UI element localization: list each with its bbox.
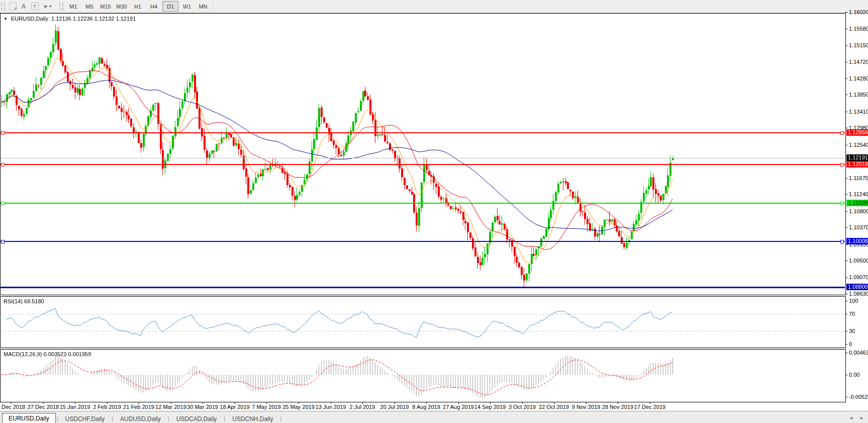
timeframe-button-d1[interactable]: D1	[162, 1, 178, 12]
date-label: 2 Jul 2019	[350, 404, 375, 410]
rsi-tick-mark	[845, 314, 847, 314]
horizontal-level-line[interactable]	[1, 164, 845, 165]
scroll-right-icon[interactable]: ▸	[860, 415, 863, 420]
macd-tick-mark	[845, 353, 847, 353]
level-handle[interactable]	[1, 240, 5, 243]
tab-separator: |	[56, 415, 59, 421]
chart-title: ▼ EURUSD,Daily 1.12136 1.12236 1.12132 1…	[4, 16, 136, 22]
rsi-tick-label: 0	[849, 341, 852, 347]
price-tick-mark	[845, 95, 847, 95]
mt4-window: { "toolbar": { "tools": [ {"name": "fibo…	[0, 0, 868, 423]
price-tick-label: 1.10800	[849, 208, 868, 214]
macd-label: MACD(12,26,9) 0.003523 0.001959	[4, 351, 91, 357]
rsi-tick-mark	[845, 331, 847, 331]
price-tick-label: 1.11670	[849, 175, 868, 181]
chart-symbol: EURUSD,Daily	[11, 16, 48, 22]
price-tick-mark	[845, 211, 847, 212]
rsi-tick-label: 70	[849, 311, 855, 317]
macd-panel[interactable]	[0, 349, 846, 402]
level-price-label: 1.11009	[846, 200, 868, 206]
level-price-label: 1.08800	[846, 284, 868, 290]
text-label-tool-icon[interactable]: T	[29, 2, 40, 12]
tab-usdchf[interactable]: USDCHF,Daily	[59, 414, 111, 423]
level-handle[interactable]	[840, 240, 844, 243]
date-label: 22 Oct 2019	[539, 404, 569, 410]
tab-usdcnh[interactable]: USDCNH,Daily	[226, 414, 279, 423]
timeframe-button-mn[interactable]: MN	[196, 2, 211, 11]
price-tick-label: 1.08630	[849, 291, 868, 297]
chart-tab-bar: EURUSD,Daily|USDCHF,Daily|AUDUSD,Daily|U…	[0, 411, 868, 423]
price-tick-mark	[845, 244, 847, 245]
macd-tick-label: 0.00463	[849, 350, 868, 356]
date-label: 8 Dec 2018	[0, 404, 25, 410]
main-chart-panel[interactable]	[0, 13, 846, 295]
price-tick-mark	[845, 78, 847, 79]
tab-audusd[interactable]: AUDUSD,Daily	[114, 414, 167, 423]
price-tick-mark	[845, 261, 847, 261]
collapse-triangle-icon[interactable]: ▼	[4, 17, 8, 21]
price-tick-mark	[845, 227, 847, 228]
tab-usdcad[interactable]: USDCAD,Daily	[170, 414, 223, 423]
tab-scroll-buttons: ◂ ▸	[850, 415, 863, 420]
tab-eurusd[interactable]: EURUSD,Daily	[2, 413, 56, 423]
macd-tick-mark	[845, 375, 847, 375]
rsi-panel[interactable]	[0, 296, 846, 348]
timeframe-button-w1[interactable]: W1	[179, 2, 195, 11]
price-tick-label: 1.13850	[849, 92, 868, 98]
toolbar-grip[interactable]	[1, 3, 5, 11]
scroll-left-icon[interactable]: ◂	[850, 415, 852, 420]
date-label: 15 Jan 2019	[60, 404, 90, 410]
horizontal-level-line[interactable]	[1, 287, 845, 288]
date-label: 25 May 2019	[282, 404, 315, 410]
level-handle[interactable]	[1, 163, 5, 166]
timeframe-button-m30[interactable]: M30	[114, 2, 129, 11]
price-tick-mark	[845, 112, 847, 112]
price-tick-label: 1.12540	[849, 142, 868, 148]
rsi-label: RSI(14) 69.5180	[4, 298, 44, 304]
price-tick-label: 1.11240	[849, 191, 868, 197]
level-handle[interactable]	[840, 202, 844, 205]
toolbar-grip-2[interactable]	[59, 3, 63, 11]
date-label: 27 Aug 2019	[443, 404, 474, 410]
macd-tick-label: -0.005299	[849, 394, 868, 400]
tab-separator: |	[167, 415, 170, 421]
level-handle[interactable]	[840, 163, 844, 166]
price-tick-mark	[845, 62, 847, 62]
bid-price-label: 1.12191	[846, 154, 868, 161]
fibonacci-tool-icon[interactable]: F	[7, 2, 18, 12]
price-tick-mark	[845, 194, 847, 195]
chevron-down-icon: ▼	[49, 5, 52, 8]
price-tick-label: 1.16020	[849, 9, 868, 15]
horizontal-level-line[interactable]	[1, 203, 845, 204]
date-label: 2 Feb 2019	[93, 404, 121, 410]
date-label: 30 Mar 2019	[187, 404, 218, 410]
text-tool-icon[interactable]: A	[18, 2, 29, 12]
tab-separator: |	[223, 415, 226, 421]
horizontal-level-line[interactable]	[1, 132, 845, 133]
chart-ohlc: 1.12136 1.12236 1.12132 1.12191	[51, 16, 136, 22]
arrows-tool-icon[interactable]: ➤ ▼	[40, 2, 55, 12]
rsi-tick-label: 30	[849, 328, 855, 334]
tab-separator: |	[111, 415, 114, 421]
level-price-label: 1.12859	[846, 129, 868, 136]
dotted-box: T	[31, 3, 39, 10]
date-label: 14 Sep 2019	[474, 404, 506, 410]
timeframe-button-h4[interactable]: H4	[146, 2, 161, 11]
level-handle[interactable]	[840, 131, 844, 135]
timeframe-button-m1[interactable]: M1	[66, 2, 81, 11]
timeframe-button-m15[interactable]: M15	[98, 2, 113, 11]
level-handle[interactable]	[1, 202, 5, 205]
price-tick-mark	[845, 178, 847, 179]
macd-tick-label: 0.00	[849, 372, 859, 378]
timeframe-group: M1M5M15M30H1H4D1W1MN	[65, 1, 211, 12]
level-price-label: 1.12018	[846, 161, 868, 167]
toolbar-separator	[213, 2, 214, 11]
top-toolbar: F A T ➤ ▼ M1M5M15M30H1H4D1W1MN	[0, 0, 868, 13]
timeframe-button-h1[interactable]: H1	[130, 2, 145, 11]
level-handle[interactable]	[1, 131, 5, 135]
horizontal-level-line[interactable]	[1, 241, 845, 242]
price-tick-mark	[845, 45, 847, 46]
tabs-holder: EURUSD,Daily|USDCHF,Daily|AUDUSD,Daily|U…	[0, 413, 282, 423]
timeframe-button-m5[interactable]: M5	[82, 2, 97, 11]
date-label: 7 May 2019	[252, 404, 280, 410]
